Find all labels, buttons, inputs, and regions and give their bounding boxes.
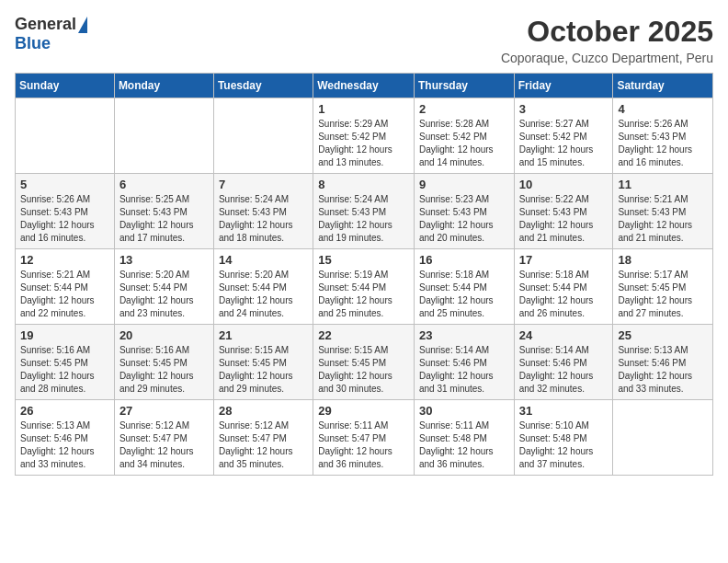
weekday-header-tuesday: Tuesday — [213, 74, 313, 98]
day-number: 23 — [419, 328, 509, 342]
day-content: Sunrise: 5:27 AM Sunset: 5:42 PM Dayligh… — [519, 118, 609, 169]
day-content: Sunrise: 5:11 AM Sunset: 5:48 PM Dayligh… — [419, 419, 509, 471]
day-content: Sunrise: 5:23 AM Sunset: 5:43 PM Dayligh… — [419, 193, 509, 245]
day-number: 25 — [618, 328, 708, 342]
logo: General Blue — [15, 15, 87, 53]
calendar-cell: 14Sunrise: 5:20 AM Sunset: 5:44 PM Dayli… — [213, 249, 313, 325]
day-number: 26 — [20, 404, 109, 418]
day-content: Sunrise: 5:12 AM Sunset: 5:47 PM Dayligh… — [119, 419, 209, 471]
calendar-cell: 17Sunrise: 5:18 AM Sunset: 5:44 PM Dayli… — [514, 249, 613, 325]
day-number: 24 — [519, 328, 609, 342]
day-content: Sunrise: 5:15 AM Sunset: 5:45 PM Dayligh… — [219, 344, 308, 396]
day-number: 10 — [519, 178, 609, 191]
day-content: Sunrise: 5:16 AM Sunset: 5:45 PM Dayligh… — [20, 344, 109, 396]
day-number: 7 — [219, 178, 308, 191]
day-number: 14 — [219, 253, 308, 267]
day-content: Sunrise: 5:17 AM Sunset: 5:45 PM Dayligh… — [618, 269, 708, 320]
calendar-cell: 2Sunrise: 5:28 AM Sunset: 5:42 PM Daylig… — [414, 98, 514, 174]
calendar-cell: 1Sunrise: 5:29 AM Sunset: 5:42 PM Daylig… — [313, 98, 415, 174]
calendar-table: SundayMondayTuesdayWednesdayThursdayFrid… — [15, 73, 713, 476]
day-content: Sunrise: 5:25 AM Sunset: 5:43 PM Dayligh… — [119, 193, 209, 245]
day-content: Sunrise: 5:16 AM Sunset: 5:45 PM Dayligh… — [119, 344, 209, 396]
calendar-cell: 3Sunrise: 5:27 AM Sunset: 5:42 PM Daylig… — [514, 98, 613, 174]
day-content: Sunrise: 5:12 AM Sunset: 5:47 PM Dayligh… — [219, 419, 308, 471]
day-number: 17 — [519, 253, 609, 267]
day-content: Sunrise: 5:26 AM Sunset: 5:43 PM Dayligh… — [20, 193, 109, 245]
calendar-cell — [613, 400, 713, 476]
calendar-cell: 25Sunrise: 5:13 AM Sunset: 5:46 PM Dayli… — [613, 325, 713, 400]
day-content: Sunrise: 5:18 AM Sunset: 5:44 PM Dayligh… — [519, 269, 609, 320]
day-number: 21 — [219, 328, 308, 342]
day-number: 22 — [318, 328, 409, 342]
calendar-cell: 31Sunrise: 5:10 AM Sunset: 5:48 PM Dayli… — [514, 400, 613, 476]
calendar-cell: 15Sunrise: 5:19 AM Sunset: 5:44 PM Dayli… — [313, 249, 415, 325]
day-number: 11 — [618, 178, 708, 191]
calendar-header-row: SundayMondayTuesdayWednesdayThursdayFrid… — [16, 74, 713, 98]
day-number: 13 — [119, 253, 209, 267]
weekday-header-wednesday: Wednesday — [313, 74, 415, 98]
day-content: Sunrise: 5:28 AM Sunset: 5:42 PM Dayligh… — [419, 118, 509, 169]
weekday-header-monday: Monday — [114, 74, 213, 98]
day-number: 3 — [519, 102, 609, 116]
day-number: 2 — [419, 102, 509, 116]
day-number: 9 — [419, 178, 509, 191]
day-number: 18 — [618, 253, 708, 267]
logo-blue-text: Blue — [15, 34, 51, 53]
calendar-week-row: 26Sunrise: 5:13 AM Sunset: 5:46 PM Dayli… — [16, 400, 713, 476]
day-number: 16 — [419, 253, 509, 267]
calendar-cell: 19Sunrise: 5:16 AM Sunset: 5:45 PM Dayli… — [16, 325, 115, 400]
page-header: General Blue October 2025 Coporaque, Cuz… — [15, 15, 713, 65]
calendar-cell: 5Sunrise: 5:26 AM Sunset: 5:43 PM Daylig… — [16, 174, 115, 249]
title-section: October 2025 Coporaque, Cuzco Department… — [501, 15, 713, 65]
calendar-cell: 10Sunrise: 5:22 AM Sunset: 5:43 PM Dayli… — [514, 174, 613, 249]
day-number: 20 — [119, 328, 209, 342]
day-content: Sunrise: 5:24 AM Sunset: 5:43 PM Dayligh… — [219, 193, 308, 245]
calendar-cell — [16, 98, 115, 174]
calendar-cell: 21Sunrise: 5:15 AM Sunset: 5:45 PM Dayli… — [213, 325, 313, 400]
weekday-header-friday: Friday — [514, 74, 613, 98]
calendar-cell: 20Sunrise: 5:16 AM Sunset: 5:45 PM Dayli… — [114, 325, 213, 400]
day-number: 31 — [519, 404, 609, 418]
day-number: 5 — [20, 178, 109, 191]
day-content: Sunrise: 5:22 AM Sunset: 5:43 PM Dayligh… — [519, 193, 609, 245]
day-number: 30 — [419, 404, 509, 418]
calendar-cell: 7Sunrise: 5:24 AM Sunset: 5:43 PM Daylig… — [213, 174, 313, 249]
location-subtitle: Coporaque, Cuzco Department, Peru — [501, 51, 713, 65]
weekday-header-saturday: Saturday — [613, 74, 713, 98]
calendar-cell: 24Sunrise: 5:14 AM Sunset: 5:46 PM Dayli… — [514, 325, 613, 400]
logo-triangle-icon — [78, 17, 87, 33]
calendar-cell: 18Sunrise: 5:17 AM Sunset: 5:45 PM Dayli… — [613, 249, 713, 325]
calendar-cell: 11Sunrise: 5:21 AM Sunset: 5:43 PM Dayli… — [613, 174, 713, 249]
calendar-week-row: 19Sunrise: 5:16 AM Sunset: 5:45 PM Dayli… — [16, 325, 713, 400]
day-number: 4 — [618, 102, 708, 116]
day-content: Sunrise: 5:20 AM Sunset: 5:44 PM Dayligh… — [219, 269, 308, 320]
day-content: Sunrise: 5:19 AM Sunset: 5:44 PM Dayligh… — [318, 269, 409, 320]
day-number: 15 — [318, 253, 409, 267]
calendar-cell: 22Sunrise: 5:15 AM Sunset: 5:45 PM Dayli… — [313, 325, 415, 400]
day-number: 19 — [20, 328, 109, 342]
calendar-week-row: 5Sunrise: 5:26 AM Sunset: 5:43 PM Daylig… — [16, 174, 713, 249]
day-content: Sunrise: 5:13 AM Sunset: 5:46 PM Dayligh… — [20, 419, 109, 471]
day-content: Sunrise: 5:15 AM Sunset: 5:45 PM Dayligh… — [318, 344, 409, 396]
calendar-week-row: 1Sunrise: 5:29 AM Sunset: 5:42 PM Daylig… — [16, 98, 713, 174]
day-content: Sunrise: 5:26 AM Sunset: 5:43 PM Dayligh… — [618, 118, 708, 169]
day-number: 27 — [119, 404, 209, 418]
day-content: Sunrise: 5:24 AM Sunset: 5:43 PM Dayligh… — [318, 193, 409, 245]
weekday-header-thursday: Thursday — [414, 74, 514, 98]
weekday-header-sunday: Sunday — [16, 74, 115, 98]
day-content: Sunrise: 5:20 AM Sunset: 5:44 PM Dayligh… — [119, 269, 209, 320]
day-content: Sunrise: 5:18 AM Sunset: 5:44 PM Dayligh… — [419, 269, 509, 320]
calendar-cell: 6Sunrise: 5:25 AM Sunset: 5:43 PM Daylig… — [114, 174, 213, 249]
day-content: Sunrise: 5:13 AM Sunset: 5:46 PM Dayligh… — [618, 344, 708, 396]
day-number: 28 — [219, 404, 308, 418]
day-number: 29 — [318, 404, 409, 418]
calendar-cell: 23Sunrise: 5:14 AM Sunset: 5:46 PM Dayli… — [414, 325, 514, 400]
day-number: 1 — [318, 102, 409, 116]
day-content: Sunrise: 5:10 AM Sunset: 5:48 PM Dayligh… — [519, 419, 609, 471]
day-content: Sunrise: 5:21 AM Sunset: 5:44 PM Dayligh… — [20, 269, 109, 320]
logo-general-text: General — [15, 15, 76, 34]
day-number: 8 — [318, 178, 409, 191]
calendar-cell — [213, 98, 313, 174]
day-content: Sunrise: 5:11 AM Sunset: 5:47 PM Dayligh… — [318, 419, 409, 471]
day-content: Sunrise: 5:21 AM Sunset: 5:43 PM Dayligh… — [618, 193, 708, 245]
